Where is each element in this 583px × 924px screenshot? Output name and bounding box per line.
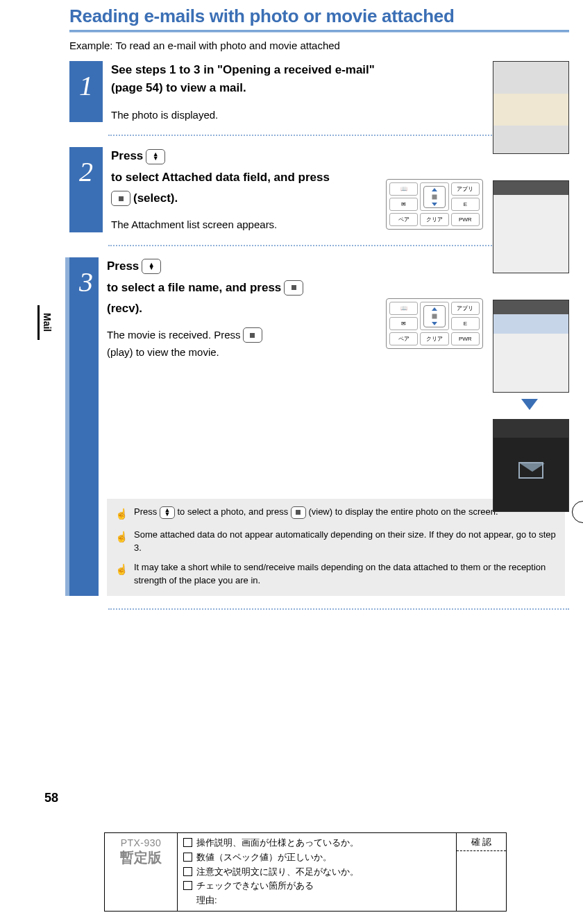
nav-updown-key-icon: ▲▼ <box>146 149 165 164</box>
checkbox-icon[interactable] <box>183 867 192 876</box>
example-line: Example: To read an e-mail with photo an… <box>69 40 569 51</box>
keypad-appli-key: アプリ <box>451 182 480 196</box>
page-title: Reading e-mails with photo or movie atta… <box>69 0 569 32</box>
center-select-key-icon <box>291 506 306 519</box>
separator <box>108 608 569 610</box>
step-3-heading: Press ▲▼ to select a file name, and pres… <box>107 257 329 318</box>
arrow-down-icon <box>521 399 538 410</box>
keypad-clear-key: クリア <box>420 213 448 226</box>
checkbox-icon[interactable] <box>183 853 192 862</box>
keypad-illustration: 📖 アプリ ✉ E ペア クリア PWR <box>386 298 483 349</box>
keypad-appli-key: アプリ <box>451 302 480 315</box>
footer-confirm-box: 確 認 <box>456 833 506 911</box>
text: to select a file name, and press <box>107 279 281 297</box>
keypad-pair-key: ペア <box>389 332 418 345</box>
text: (recv). <box>107 300 142 318</box>
keypad-mail-key: ✉ <box>389 317 418 330</box>
keypad-dpad <box>420 182 448 211</box>
keypad-ez-key: E <box>451 198 480 211</box>
phone-screenshot-attachment-list <box>493 180 569 273</box>
text: (view) to display the entire photo on th… <box>308 506 498 517</box>
text: The movie is received. Press <box>107 327 241 343</box>
footer-confirm-label: 確 認 <box>457 836 506 851</box>
step-1-head-text: See steps 1 to 3 in "Opening a received … <box>111 61 382 98</box>
text: PWR <box>459 216 472 223</box>
keypad-clear-key: クリア <box>420 332 448 345</box>
step-number: 3 <box>65 257 99 596</box>
tip-3-text: It may take a short while to send/receiv… <box>134 561 557 588</box>
keypad-book-key: 📖 <box>389 302 418 315</box>
phone-screenshot-file-select <box>493 300 569 393</box>
tip-hand-icon: ☝ <box>115 562 128 577</box>
check-item-2: 数値（スペック値）が正しいか。 <box>196 852 332 862</box>
center-select-key-icon <box>243 327 262 343</box>
tip-row: ☝ Press ▲▼ to select a photo, and press … <box>115 506 557 522</box>
nav-updown-key-icon: ▲▼ <box>160 506 175 519</box>
footer-provisional: 暫定版 <box>109 848 173 867</box>
keypad-illustration: 📖 アプリ ✉ E ペア クリア PWR <box>386 179 483 230</box>
tips-box: ☝ Press ▲▼ to select a photo, and press … <box>107 499 565 596</box>
phone-screenshot-mail-photo <box>493 61 569 154</box>
center-select-key-icon <box>111 191 130 206</box>
check-item-4: チェックできない箇所がある <box>196 880 314 891</box>
page-content: Reading e-mails with photo or movie atta… <box>69 0 569 621</box>
phone-screenshot-receiving <box>493 419 569 512</box>
keypad-pwr-key: PWR <box>451 332 480 345</box>
side-tab-mail: Mail <box>37 305 53 340</box>
step-2-heading: Press ▲▼ to select Attached data field, … <box>111 147 333 207</box>
check-item-4-reason: 理由: <box>196 895 217 905</box>
step-number: 2 <box>69 147 103 232</box>
tip-hand-icon: ☝ <box>115 506 128 522</box>
step-1-heading: See steps 1 to 3 in "Opening a received … <box>111 61 382 98</box>
footer-model: PTX-930 <box>109 837 173 848</box>
text: ペア <box>398 335 409 343</box>
tip-row: ☝ Some attached data do not appear autom… <box>115 529 557 555</box>
text: ペア <box>398 216 409 223</box>
keypad-ez-key: E <box>451 317 480 330</box>
step-number: 1 <box>69 61 103 122</box>
text: to select Attached data field, and press <box>111 169 330 187</box>
text: Press <box>111 147 143 165</box>
binder-hole-icon <box>572 501 583 523</box>
checkbox-icon[interactable] <box>183 838 192 847</box>
tip-row: ☝ It may take a short while to send/rece… <box>115 561 557 588</box>
text: Press <box>107 257 139 275</box>
footer-model-box: PTX-930 暫定版 <box>105 833 178 911</box>
keypad-pair-key: ペア <box>389 213 418 226</box>
step-3-desc: The movie is received. Press (play) to v… <box>107 327 329 360</box>
tip-hand-icon: ☝ <box>115 529 128 545</box>
keypad-pwr-key: PWR <box>451 213 480 226</box>
check-item-3: 注意文や説明文に誤り、不足がないか。 <box>196 866 359 877</box>
keypad-book-key: 📖 <box>389 182 418 196</box>
text: (select). <box>133 189 178 207</box>
checkbox-icon[interactable] <box>183 881 192 890</box>
text: Press <box>134 506 160 517</box>
text: PWR <box>459 336 472 342</box>
keypad-dpad <box>420 302 448 330</box>
tip-2-text: Some attached data do not appear automat… <box>134 529 557 555</box>
check-item-1: 操作説明、画面が仕様とあっているか。 <box>196 837 359 848</box>
center-select-key-icon <box>284 280 303 296</box>
text: to select a photo, and press <box>177 506 290 517</box>
review-footer: PTX-930 暫定版 操作説明、画面が仕様とあっているか。 数値（スペック値）… <box>104 832 507 912</box>
page-number: 58 <box>44 791 58 805</box>
keypad-mail-key: ✉ <box>389 198 418 211</box>
nav-updown-key-icon: ▲▼ <box>142 259 161 274</box>
footer-checklist: 操作説明、画面が仕様とあっているか。 数値（スペック値）が正しいか。 注意文や説… <box>178 833 456 911</box>
text: (play) to view the movie. <box>107 345 219 360</box>
